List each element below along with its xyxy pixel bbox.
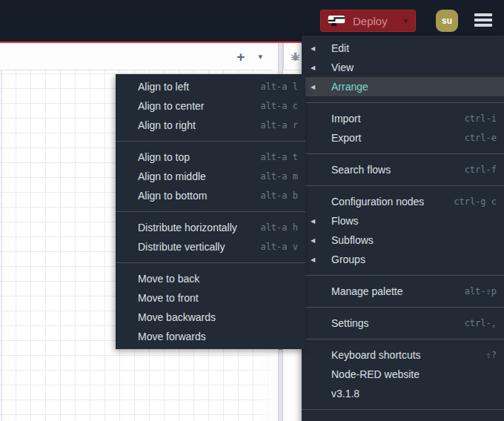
menu-item-label: Configuration nodes: [331, 196, 445, 208]
menu-item-search-flows[interactable]: Search flowsctrl-f: [302, 160, 504, 179]
menu-item-label: Distribute horizontally: [138, 222, 251, 233]
menu-item-label: View: [331, 62, 497, 73]
menu-item-move-backwards[interactable]: Move backwards: [116, 308, 305, 327]
submenu-arrow-icon: ◀: [311, 218, 315, 225]
user-avatar[interactable]: su: [436, 10, 458, 32]
menu-item-label: Move to back: [138, 273, 298, 285]
menu-item-label: Align to center: [138, 100, 251, 112]
menu-item-shortcut: ctrl-g c: [454, 196, 497, 207]
menu-item-distribute-vertically[interactable]: Distribute verticallyalt-a v: [116, 237, 305, 256]
menu-divider: [302, 185, 504, 186]
menu-item-label: Move backwards: [138, 311, 298, 323]
menu-item-label: Keyboard shortcuts: [331, 349, 477, 361]
menu-item-align-to-right[interactable]: Align to rightalt-a r: [116, 116, 305, 135]
menu-item-label: Node-RED website: [331, 368, 497, 380]
submenu-arrow-icon: ◀: [311, 84, 315, 90]
menu-item-import[interactable]: Importctrl-i: [302, 109, 504, 128]
main-menu-button[interactable]: [474, 13, 492, 28]
submenu-arrow-icon: ◀: [311, 64, 315, 71]
menu-item-label: Groups: [331, 253, 497, 265]
menu-item-settings[interactable]: Settingsctrl-,: [302, 314, 504, 333]
deploy-options-caret-icon[interactable]: ▾: [403, 16, 408, 26]
menu-item-label: Search flows: [331, 164, 456, 176]
menu-item-subflows[interactable]: ◀Subflows: [302, 231, 504, 250]
menu-divider: [302, 339, 504, 339]
menu-item-align-to-center[interactable]: Align to centeralt-a c: [116, 96, 305, 116]
menu-divider: [302, 275, 504, 276]
menu-item-shortcut: ctrl-,: [465, 318, 497, 328]
menu-item-label: Export: [331, 132, 456, 144]
submenu-arrow-icon: ◀: [311, 45, 315, 52]
menu-item-flows[interactable]: ◀Flows: [302, 211, 504, 231]
menu-item-label: Edit: [331, 42, 497, 54]
menu-item-node-red-website[interactable]: Node-RED website: [302, 365, 504, 384]
menu-divider: [302, 102, 504, 103]
menu-item-label: Align to left: [138, 81, 251, 93]
menu-divider: [116, 211, 305, 212]
tabbar-actions: + ▾: [236, 50, 262, 64]
flow-tabbar: + ▾: [0, 43, 273, 70]
add-flow-button[interactable]: +: [236, 50, 245, 64]
menu-item-move-forwards[interactable]: Move forwards: [116, 327, 305, 346]
menu-item-shortcut: alt-a h: [260, 222, 298, 233]
menu-item-move-to-front[interactable]: Move to front: [116, 288, 305, 308]
deploy-button-label: Deploy: [353, 15, 403, 27]
menu-item-shortcut: ctrl-e: [465, 133, 497, 143]
menu-item-align-to-middle[interactable]: Align to middlealt-a m: [116, 167, 305, 186]
menu-item-label: Move forwards: [138, 331, 298, 342]
menu-item-distribute-horizontally[interactable]: Distribute horizontallyalt-a h: [116, 218, 305, 237]
menu-item-label: Align to top: [138, 151, 251, 163]
menu-divider: [302, 307, 504, 308]
menu-item-shortcut: alt-⇧p: [465, 286, 497, 296]
debug-bug-icon: [290, 51, 301, 62]
menu-item-shortcut: alt-a c: [260, 101, 298, 111]
menu-item-move-to-back[interactable]: Move to back: [116, 269, 305, 288]
menu-item-shortcut: alt-a v: [260, 242, 298, 252]
arrange-submenu: Align to leftalt-a lAlign to centeralt-a…: [116, 74, 305, 349]
menu-item-label: Import: [331, 113, 456, 125]
menu-item-label: Distribute vertically: [138, 241, 251, 253]
menu-item-shortcut: ctrl-f: [465, 165, 497, 175]
menu-item-label: Subflows: [331, 234, 497, 246]
menu-item-label: Arrange: [331, 81, 497, 93]
menu-item-label: Align to bottom: [138, 190, 251, 202]
menu-item-label: Settings: [331, 317, 456, 329]
flow-list-dropdown-button[interactable]: ▾: [258, 52, 262, 62]
canvas-left-border: [1, 43, 2, 421]
menu-divider: [302, 409, 504, 410]
menu-item-v3-1-8[interactable]: v3.1.8: [302, 384, 504, 403]
menu-item-align-to-top[interactable]: Align to topalt-a t: [116, 147, 305, 167]
menu-item-label: v3.1.8: [331, 388, 497, 400]
menu-item-manage-palette[interactable]: Manage palettealt-⇧p: [302, 282, 504, 301]
menu-item-label: Move to front: [138, 292, 298, 304]
menu-item-align-to-bottom[interactable]: Align to bottomalt-a b: [116, 186, 305, 205]
menu-item-shortcut: alt-a t: [260, 152, 298, 162]
menu-item-label: Manage palette: [331, 285, 456, 297]
menu-item-shortcut: alt-a r: [260, 120, 298, 130]
menu-item-shortcut: ctrl-i: [465, 113, 497, 124]
main-menu: ◀Edit◀View◀ArrangeImportctrl-iExportctrl…: [302, 36, 504, 421]
menu-item-label: Align to right: [138, 119, 251, 131]
menu-item-configuration-nodes[interactable]: Configuration nodesctrl-g c: [302, 192, 504, 211]
menu-item-shortcut: alt-a m: [260, 171, 298, 182]
menu-item-keyboard-shortcuts[interactable]: Keyboard shortcuts⇧?: [302, 345, 504, 365]
menu-item-arrange[interactable]: ◀Arrange: [302, 77, 504, 96]
deploy-button[interactable]: Deploy ▾: [320, 10, 416, 32]
menu-item-export[interactable]: Exportctrl-e: [302, 128, 504, 147]
menu-item-shortcut: ⇧?: [486, 350, 497, 360]
menu-divider: [116, 262, 305, 263]
submenu-arrow-icon: ◀: [311, 256, 315, 263]
submenu-arrow-icon: ◀: [311, 237, 315, 244]
menu-item-shortcut: alt-a l: [260, 82, 298, 92]
menu-item-align-to-left[interactable]: Align to leftalt-a l: [116, 77, 305, 96]
menu-item-label: Flows: [331, 215, 497, 227]
menu-item-view[interactable]: ◀View: [302, 58, 504, 77]
deploy-node-icon: [327, 13, 346, 29]
menu-item-groups[interactable]: ◀Groups: [302, 250, 504, 269]
menu-item-edit[interactable]: ◀Edit: [302, 39, 504, 58]
menu-item-shortcut: alt-a b: [260, 190, 298, 201]
menu-divider: [302, 153, 504, 154]
menu-item-label: Align to middle: [138, 170, 251, 182]
menu-divider: [116, 141, 305, 142]
